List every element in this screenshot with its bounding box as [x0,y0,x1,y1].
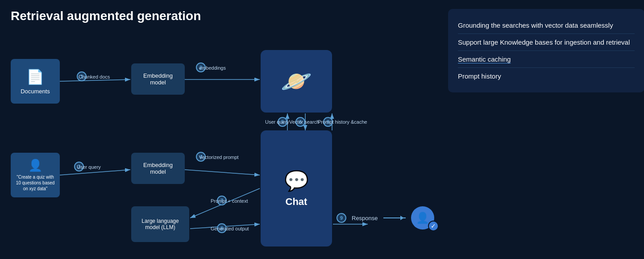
user-avatar-group: 👤 ✓ [411,206,434,230]
response-arrow [383,217,406,218]
info-item-3: Semantic caching [458,51,635,68]
user-query-text: "Create a quiz with 10 questions based o… [14,174,56,192]
step-5-label: User query [265,119,287,125]
step-2-label: embeddings [199,65,226,71]
embedding-mid-box: Embedding model [131,153,185,184]
info-item-2: Support large Knowledge bases for ingest… [458,34,635,51]
response-label: Response [352,215,378,221]
llm-label: Large language model (LLM) [135,218,186,230]
user-query-box: 👤 "Create a quiz with 10 questions based… [11,153,60,197]
svg-line-4 [60,170,130,175]
svg-line-2 [60,79,130,81]
right-panel: Grounding the searches with vector data … [439,9,644,255]
step-9a-label: Prompt history &cache [318,119,349,125]
user-icon: 👤 [28,159,42,172]
step-9b-circle: 9 [337,213,346,223]
diagram-area: 📄 Documents 1 Chunked docs Embedding mod… [11,32,430,251]
embedding-mid-label: Embedding model [135,162,181,175]
chat-box: 💬 Chat [261,130,332,246]
step-1-label: Chunked docs [79,74,110,79]
documents-box: 📄 Documents [11,59,60,104]
document-icon: 📄 [26,68,44,85]
chat-label: Chat [286,196,307,208]
step-8-label: Generated output [211,226,249,231]
documents-label: Documents [21,88,50,95]
step-7-label: Prompt + context [211,198,248,204]
svg-line-5 [185,170,260,175]
llm-box: Large language model (LLM) [131,206,189,242]
page-title: Retrieval augmented generation [11,9,439,23]
step-6-label: Vector search [289,119,318,125]
embedding-top-box: Embedding model [131,63,185,95]
vector-db-box: 🪐 [261,50,332,113]
step-3-label: User query [77,164,101,170]
embedding-top-label: Embedding model [135,72,181,86]
planet-icon: 🪐 [281,69,312,94]
step-4-label: Vectorized prompt [199,155,239,160]
check-badge: ✓ [428,221,439,231]
info-item-1: Grounding the searches with vector data … [458,17,635,34]
chat-icon: 💬 [284,169,309,192]
info-box: Grounding the searches with vector data … [448,9,644,92]
response-area: 9 Response 👤 ✓ [337,206,434,230]
response-step-container: 9 [337,213,346,223]
avatar-wrapper: 👤 ✓ [411,206,434,230]
info-item-4: Prompt history [458,68,635,84]
